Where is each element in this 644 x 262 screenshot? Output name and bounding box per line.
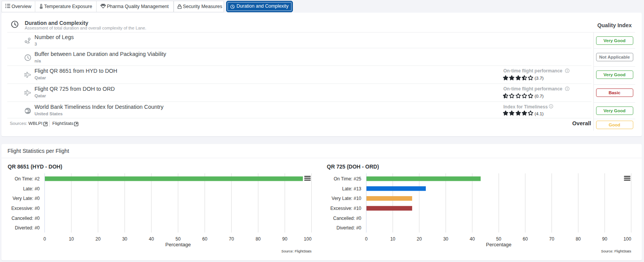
svg-text:100: 100 <box>624 236 631 242</box>
svg-text:On Time: #25: On Time: #25 <box>334 176 361 182</box>
svg-text:Source: FlightStats: Source: FlightStats <box>601 249 631 253</box>
svg-text:Very Late: #10: Very Late: #10 <box>332 196 361 201</box>
svg-text:60: 60 <box>522 236 528 242</box>
svg-text:20: 20 <box>417 236 422 242</box>
svg-text:70: 70 <box>549 236 555 242</box>
svg-text:0: 0 <box>365 236 368 242</box>
svg-text:10: 10 <box>390 236 396 242</box>
svg-text:Diverted: #0: Diverted: #0 <box>337 225 361 231</box>
svg-text:90: 90 <box>602 236 608 242</box>
svg-text:Late: #13: Late: #13 <box>342 186 361 192</box>
svg-text:Percentage: Percentage <box>486 242 512 247</box>
svg-text:Excessive: #10: Excessive: #10 <box>330 206 361 211</box>
svg-text:40: 40 <box>470 236 475 242</box>
svg-text:Cancelled: #0: Cancelled: #0 <box>333 216 361 221</box>
svg-text:50: 50 <box>496 236 501 242</box>
svg-text:30: 30 <box>443 236 449 242</box>
svg-text:80: 80 <box>576 236 581 242</box>
